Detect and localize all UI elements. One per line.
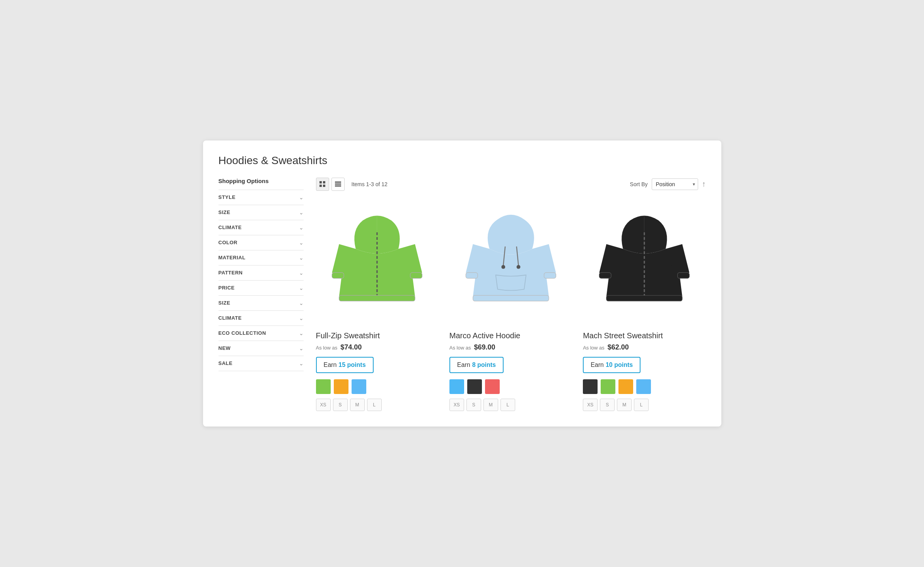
color-swatch-1[interactable] xyxy=(334,379,348,394)
svg-rect-17 xyxy=(473,295,548,301)
product-price: $74.00 xyxy=(340,343,362,351)
product-price-row-2: As low as$62.00 xyxy=(583,343,705,351)
svg-rect-2 xyxy=(319,185,322,187)
earn-label: Earn xyxy=(457,361,470,368)
sort-asc-icon[interactable]: ↑ xyxy=(702,180,706,188)
svg-rect-10 xyxy=(339,295,415,301)
size-swatch-S[interactable]: S xyxy=(333,399,348,411)
filter-item-color[interactable]: COLOR ⌄ xyxy=(219,235,304,250)
chevron-down-icon: ⌄ xyxy=(299,224,304,231)
chevron-down-icon: ⌄ xyxy=(299,270,304,276)
page-title: Hoodies & Sweatshirts xyxy=(219,154,706,167)
product-price: $62.00 xyxy=(608,343,629,351)
product-name-0[interactable]: Full-Zip Sweatshirt xyxy=(316,331,439,340)
filter-item-material[interactable]: MATERIAL ⌄ xyxy=(219,250,304,265)
filter-item-style[interactable]: STYLE ⌄ xyxy=(219,190,304,205)
size-swatch-S[interactable]: S xyxy=(600,399,615,411)
size-swatches-2: XSSML xyxy=(583,399,705,411)
earn-points-button-0[interactable]: Earn 15 points xyxy=(316,357,374,373)
color-swatch-2[interactable] xyxy=(618,379,633,394)
svg-rect-15 xyxy=(466,272,478,278)
size-swatch-XS[interactable]: XS xyxy=(449,399,464,411)
size-swatch-XS[interactable]: XS xyxy=(316,399,331,411)
filter-item-new[interactable]: NEW ⌄ xyxy=(219,341,304,356)
filter-item-pattern[interactable]: PATTERN ⌄ xyxy=(219,265,304,280)
main-layout: Shopping Options STYLE ⌄ SIZE ⌄ CLIMATE … xyxy=(219,178,706,411)
toolbar: Items 1-3 of 12 Sort By Position Name Pr… xyxy=(316,178,706,191)
filter-label: SIZE xyxy=(219,209,231,215)
filter-item-price[interactable]: PRICE ⌄ xyxy=(219,280,304,295)
filter-label: PRICE xyxy=(219,285,235,291)
size-swatch-L[interactable]: L xyxy=(634,399,649,411)
color-swatch-2[interactable] xyxy=(485,379,500,394)
size-swatches-1: XSSML xyxy=(449,399,572,411)
color-swatch-1[interactable] xyxy=(601,379,615,394)
earn-label: Earn xyxy=(324,361,337,368)
size-swatch-L[interactable]: L xyxy=(500,399,515,411)
size-swatch-XS[interactable]: XS xyxy=(583,399,598,411)
svg-rect-8 xyxy=(332,272,344,278)
filter-item-climate[interactable]: CLIMATE ⌄ xyxy=(219,220,304,235)
sort-select[interactable]: Position Name Price xyxy=(652,178,698,190)
filter-item-climate[interactable]: CLIMATE ⌄ xyxy=(219,310,304,325)
list-view-button[interactable] xyxy=(331,178,345,191)
svg-rect-4 xyxy=(335,182,341,183)
filter-label: CLIMATE xyxy=(219,315,242,321)
product-price-row-0: As low as$74.00 xyxy=(316,343,439,351)
sidebar: Shopping Options STYLE ⌄ SIZE ⌄ CLIMATE … xyxy=(219,178,304,411)
product-price: $69.00 xyxy=(474,343,495,351)
content-area: Items 1-3 of 12 Sort By Position Name Pr… xyxy=(316,178,706,411)
svg-rect-5 xyxy=(335,183,341,185)
color-swatches-1 xyxy=(449,379,572,394)
product-name-2[interactable]: Mach Street Sweatshirt xyxy=(583,331,705,340)
product-card-0: Full-Zip SweatshirtAs low as$74.00Earn 1… xyxy=(316,202,439,411)
color-swatches-2 xyxy=(583,379,705,394)
product-card-2: Mach Street SweatshirtAs low as$62.00Ear… xyxy=(583,202,705,411)
earn-points-button-2[interactable]: Earn 10 points xyxy=(583,357,640,373)
size-swatch-M[interactable]: M xyxy=(483,399,498,411)
size-swatch-M[interactable]: M xyxy=(617,399,632,411)
product-grid: Full-Zip SweatshirtAs low as$74.00Earn 1… xyxy=(316,202,706,411)
filter-item-eco-collection[interactable]: ECO COLLECTION ⌄ xyxy=(219,325,304,341)
size-swatch-M[interactable]: M xyxy=(350,399,365,411)
product-image-1[interactable] xyxy=(449,202,572,324)
filter-item-sale[interactable]: SALE ⌄ xyxy=(219,356,304,371)
filter-label: ECO COLLECTION xyxy=(219,330,266,336)
color-swatch-0[interactable] xyxy=(316,379,331,394)
chevron-down-icon: ⌄ xyxy=(299,300,304,306)
as-low-as-label: As low as xyxy=(316,345,338,351)
svg-rect-21 xyxy=(606,295,682,301)
product-name-1[interactable]: Marco Active Hoodie xyxy=(449,331,572,340)
product-price-row-1: As low as$69.00 xyxy=(449,343,572,351)
earn-points-value: 10 points xyxy=(606,361,633,368)
filter-label: SIZE xyxy=(219,300,231,306)
sort-select-wrapper: Position Name Price xyxy=(652,178,698,190)
color-swatch-2[interactable] xyxy=(352,379,366,394)
color-swatch-0[interactable] xyxy=(449,379,464,394)
product-image-2[interactable] xyxy=(583,202,705,324)
size-swatch-L[interactable]: L xyxy=(367,399,382,411)
sort-area: Sort By Position Name Price ↑ xyxy=(630,178,706,190)
chevron-down-icon: ⌄ xyxy=(299,194,304,200)
svg-rect-20 xyxy=(678,272,690,278)
as-low-as-label: As low as xyxy=(583,345,605,351)
earn-points-value: 8 points xyxy=(472,361,496,368)
svg-rect-9 xyxy=(410,272,422,278)
color-swatch-3[interactable] xyxy=(636,379,651,394)
color-swatch-1[interactable] xyxy=(467,379,482,394)
filter-item-size[interactable]: SIZE ⌄ xyxy=(219,205,304,220)
product-image-0[interactable] xyxy=(316,202,439,324)
earn-points-button-1[interactable]: Earn 8 points xyxy=(449,357,504,373)
filter-label: STYLE xyxy=(219,194,236,200)
grid-view-button[interactable] xyxy=(316,178,329,191)
size-swatch-S[interactable]: S xyxy=(466,399,481,411)
color-swatches-0 xyxy=(316,379,439,394)
filter-label: PATTERN xyxy=(219,270,243,276)
filter-item-size[interactable]: SIZE ⌄ xyxy=(219,295,304,310)
earn-points-value: 15 points xyxy=(338,361,366,368)
view-toggle xyxy=(316,178,345,191)
sort-label: Sort By xyxy=(630,181,648,187)
size-swatches-0: XSSML xyxy=(316,399,439,411)
color-swatch-0[interactable] xyxy=(583,379,598,394)
filter-label: COLOR xyxy=(219,240,237,245)
